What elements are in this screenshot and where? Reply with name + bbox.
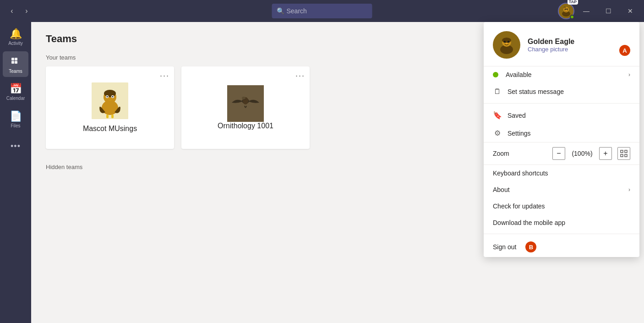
- zoom-label: Zoom: [493, 150, 509, 157]
- badge-a: A: [619, 45, 630, 56]
- sidebar-item-teams[interactable]: Teams: [3, 51, 28, 77]
- sidebar-item-wrap-activity: 🔔 Activity: [3, 24, 28, 49]
- badge-b: B: [525, 241, 536, 252]
- sidebar: 🔔 Activity Teams 📅: [0, 22, 31, 323]
- menu-item-check-updates[interactable]: Check for updates: [484, 198, 639, 214]
- team-name-ornithology: Ornithology 1001: [218, 122, 273, 130]
- sidebar-item-calendar[interactable]: 📅 Calendar: [3, 79, 28, 104]
- svg-point-24: [242, 97, 246, 99]
- zoom-row: Zoom − (100%) +: [484, 142, 639, 165]
- sidebar-label-files: Files: [11, 123, 20, 128]
- set-status-label: Set status message: [508, 88, 564, 95]
- profile-name: Golden Eagle: [528, 38, 574, 46]
- svg-point-16: [107, 96, 108, 98]
- sidebar-item-wrap-more: •••: [3, 134, 28, 159]
- svg-rect-6: [11, 58, 14, 60]
- zoom-minus-button[interactable]: −: [552, 147, 565, 160]
- app-body: 🔔 Activity Teams 📅: [0, 22, 644, 323]
- svg-rect-5: [565, 10, 567, 11]
- sidebar-item-wrap-teams: Teams: [3, 51, 28, 77]
- nav-buttons: ‹ ›: [0, 5, 38, 17]
- set-status-icon: 🗒: [493, 88, 502, 96]
- svg-point-29: [504, 41, 506, 43]
- team-card-ornithology[interactable]: ···: [181, 66, 310, 149]
- available-label: Available: [506, 71, 532, 78]
- menu-item-set-status[interactable]: 🗒 Set status message: [484, 83, 639, 100]
- zoom-fit-button[interactable]: [617, 147, 630, 160]
- team-more-button-mascot[interactable]: ···: [160, 71, 169, 81]
- menu-item-about[interactable]: About ›: [484, 181, 639, 198]
- menu-item-settings[interactable]: ⚙ Settings: [484, 124, 639, 142]
- sidebar-label-teams: Teams: [9, 69, 22, 74]
- mascot-eagle-image: [92, 82, 128, 119]
- team-card-mascot[interactable]: ···: [46, 66, 174, 149]
- svg-rect-31: [505, 43, 508, 44]
- saved-icon: 🔖: [493, 111, 502, 120]
- dropdown-menu: Golden Eagle Change picture A Available …: [484, 22, 639, 257]
- sidebar-label-calendar: Calendar: [6, 96, 25, 101]
- status-dot: [570, 15, 574, 19]
- menu-item-saved[interactable]: 🔖 Saved: [484, 106, 639, 124]
- settings-label: Settings: [508, 130, 531, 137]
- search-bar: 🔍: [272, 4, 372, 18]
- menu-item-available[interactable]: Available ›: [484, 66, 639, 83]
- available-status-icon: [493, 72, 498, 77]
- svg-rect-18: [106, 115, 109, 118]
- zoom-plus-button[interactable]: +: [599, 147, 612, 160]
- more-icon: •••: [11, 142, 21, 151]
- calendar-icon: 📅: [10, 83, 22, 95]
- svg-point-30: [508, 41, 509, 43]
- files-icon: 📄: [10, 110, 22, 122]
- svg-rect-8: [11, 61, 14, 64]
- sidebar-label-activity: Activity: [8, 41, 23, 46]
- svg-rect-9: [15, 61, 17, 64]
- team-name-mascot: Mascot MUsings: [83, 125, 137, 133]
- check-updates-label: Check for updates: [493, 203, 545, 210]
- ornithology-bird-image: [227, 85, 264, 122]
- titlebar-right: TAP — ☐ ✕: [558, 3, 644, 19]
- divider-1: [484, 103, 639, 104]
- sidebar-item-more[interactable]: •••: [3, 134, 28, 159]
- back-button[interactable]: ‹: [5, 5, 18, 17]
- change-picture-link[interactable]: Change picture: [528, 46, 574, 53]
- about-chevron: ›: [628, 186, 630, 193]
- sidebar-item-files[interactable]: 📄 Files: [3, 106, 28, 132]
- sign-out-label: Sign out: [493, 243, 516, 251]
- svg-rect-35: [625, 154, 627, 157]
- close-button[interactable]: ✕: [620, 4, 640, 18]
- svg-rect-34: [621, 154, 623, 157]
- sidebar-item-wrap-files: 📄 Files: [3, 106, 28, 132]
- keyboard-shortcuts-label: Keyboard shortcuts: [493, 170, 548, 177]
- search-input[interactable]: [272, 4, 372, 18]
- minimize-button[interactable]: —: [576, 4, 596, 18]
- available-chevron: ›: [628, 71, 630, 78]
- svg-point-28: [502, 38, 511, 43]
- profile-avatar: [493, 31, 520, 59]
- titlebar: ‹ › 🔍 TAP — ☐ ✕: [0, 0, 644, 22]
- maximize-button[interactable]: ☐: [598, 4, 618, 18]
- svg-point-3: [565, 9, 566, 10]
- svg-rect-7: [15, 58, 17, 60]
- svg-point-17: [112, 96, 114, 98]
- profile-info: Golden Eagle Change picture: [528, 38, 574, 53]
- svg-point-4: [567, 9, 568, 10]
- download-mobile-label: Download the mobile app: [493, 219, 565, 226]
- dropdown-profile: Golden Eagle Change picture: [484, 22, 639, 66]
- teams-icon: [11, 55, 21, 68]
- saved-label: Saved: [508, 112, 526, 119]
- activity-icon: 🔔: [10, 28, 22, 40]
- svg-point-2: [563, 7, 569, 12]
- divider-2: [484, 234, 639, 234]
- zoom-value: (100%): [571, 150, 594, 157]
- svg-rect-19: [111, 115, 114, 118]
- menu-item-sign-out[interactable]: Sign out B: [484, 237, 639, 257]
- settings-icon: ⚙: [493, 129, 502, 137]
- sidebar-item-wrap-calendar: 📅 Calendar: [3, 79, 28, 104]
- profile-avatar-button[interactable]: TAP: [558, 3, 574, 19]
- menu-item-download-mobile[interactable]: Download the mobile app: [484, 214, 639, 231]
- sidebar-item-activity[interactable]: 🔔 Activity: [3, 24, 28, 49]
- tap-badge: TAP: [568, 0, 578, 5]
- team-more-button-ornithology[interactable]: ···: [295, 71, 305, 81]
- forward-button[interactable]: ›: [20, 5, 33, 17]
- menu-item-keyboard-shortcuts[interactable]: Keyboard shortcuts: [484, 165, 639, 181]
